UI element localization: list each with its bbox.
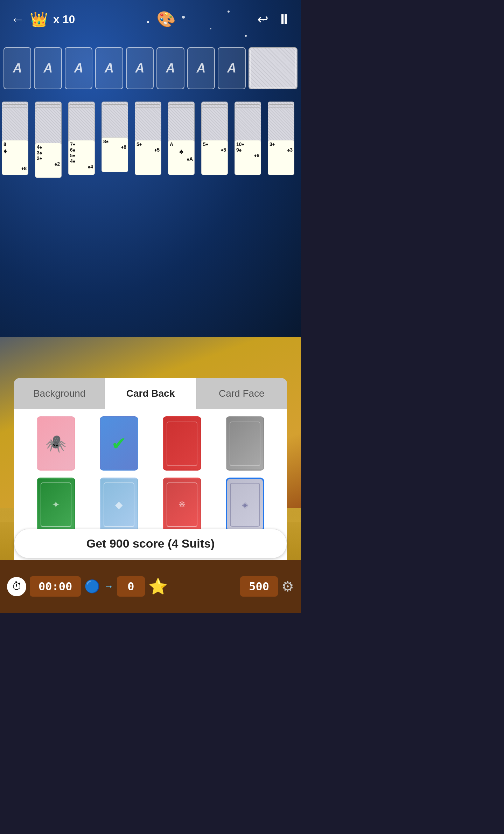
column-7: 5♠ ♦5 xyxy=(201,102,233,256)
back-button[interactable]: ← xyxy=(10,12,24,27)
tab-background[interactable]: Background xyxy=(14,378,105,409)
moves-circle-icon: 🔵 xyxy=(84,579,100,594)
tabs: Background Card Back Card Face xyxy=(14,378,287,409)
stock-pile[interactable] xyxy=(248,47,298,89)
palette-icon[interactable]: 🎨 xyxy=(156,10,176,28)
foundation-slot-3[interactable]: A xyxy=(65,47,92,89)
card-option-blue-check[interactable]: ✔ xyxy=(100,416,138,471)
card-face[interactable]: A ♠ ♠A xyxy=(168,140,195,175)
foundation-area: A A A A A A A A xyxy=(4,40,298,96)
card-option-red-plain[interactable] xyxy=(163,416,201,471)
star-icon: ⭐ xyxy=(148,577,168,596)
crown-icon: 👑 xyxy=(30,11,48,28)
card-face[interactable]: 3♠ ♠3 xyxy=(268,140,294,175)
crown-count: x 10 xyxy=(53,13,75,26)
foundation-slot-8[interactable]: A xyxy=(218,47,245,89)
card-back xyxy=(135,107,161,144)
pause-button[interactable]: ⏸ xyxy=(277,12,290,27)
card-option-pink-spider[interactable]: 🕷️ xyxy=(37,416,75,471)
card-face[interactable]: 4♠ 3♠ 2♠ ♠2 xyxy=(35,143,62,178)
column-5: 5♠ ♦5 xyxy=(135,102,166,256)
card-back xyxy=(35,110,62,147)
moves-display: 0 xyxy=(117,576,145,597)
card-option-silver-selected[interactable]: ◈ xyxy=(226,478,264,532)
card-option-blue-light[interactable]: ◆ xyxy=(100,478,138,532)
tab-card-back[interactable]: Card Back xyxy=(105,378,196,409)
foundation-slot-7[interactable]: A xyxy=(187,47,215,89)
card-back xyxy=(201,107,228,144)
card-back xyxy=(2,107,28,144)
column-3: 7♠ 6♠ 5♠ 4♠ ♠4 xyxy=(68,102,100,256)
card-back xyxy=(268,107,294,144)
column-4: 8♠ ♦8 xyxy=(102,102,133,256)
foundation-slot-2[interactable]: A xyxy=(34,47,62,89)
card-back xyxy=(234,107,261,144)
card-back xyxy=(168,107,195,144)
column-9: 3♠ ♠3 xyxy=(268,102,299,256)
columns-area: 8 ♦ ♦8 4♠ 3♠ 2♠ ♠2 xyxy=(2,102,299,256)
card-face[interactable]: 7♠ 6♠ 5♠ 4♠ ♠4 xyxy=(68,140,95,175)
card-row-2: ✦ ◆ ❋ ◈ xyxy=(24,478,276,532)
column-1: 8 ♦ ♦8 xyxy=(2,102,33,256)
card-back xyxy=(102,104,128,141)
foundation-slot-5[interactable]: A xyxy=(126,47,154,89)
card-face[interactable]: 5♠ ♦5 xyxy=(135,140,161,175)
score-button[interactable]: Get 900 score (4 Suits) xyxy=(14,529,287,558)
bottom-bar: ⏱ 00:00 🔵 → 0 ⭐ 500 ⚙ xyxy=(0,560,301,613)
score-display: 500 xyxy=(240,576,278,597)
foundation-slot-1[interactable]: A xyxy=(4,47,31,89)
arrow-right-icon: → xyxy=(104,581,113,592)
settings-icon[interactable]: ⚙ xyxy=(281,578,294,595)
card-option-red-ornate[interactable]: ❋ xyxy=(163,478,201,532)
header-left: ← 👑 x 10 xyxy=(10,11,75,28)
header-center: 🎨 xyxy=(156,10,176,28)
card-option-gray-plain[interactable] xyxy=(226,416,264,471)
timer-display: 00:00 xyxy=(30,576,81,597)
column-8: 10♠ 9♠ ♦6 xyxy=(234,102,266,256)
header-right: ↩ ⏸ xyxy=(257,12,290,27)
column-6: A ♠ ♠A xyxy=(168,102,200,256)
card-grid: 🕷️ ✔ ✦ xyxy=(14,409,287,542)
timer-icon: ⏱ xyxy=(7,577,26,596)
card-face[interactable]: 5♠ ♦5 xyxy=(201,140,228,175)
card-face[interactable]: 8♠ ♦8 xyxy=(102,137,128,172)
foundation-slot-4[interactable]: A xyxy=(95,47,123,89)
card-face[interactable]: 10♠ 9♠ ♦6 xyxy=(234,140,261,175)
card-face[interactable]: 8 ♦ ♦8 xyxy=(2,140,28,175)
card-back xyxy=(68,107,95,144)
column-2: 4♠ 3♠ 2♠ ♠2 xyxy=(35,102,66,256)
header: ← 👑 x 10 🎨 ↩ ⏸ xyxy=(0,0,301,39)
tab-card-face[interactable]: Card Face xyxy=(196,378,287,409)
foundation-slot-6[interactable]: A xyxy=(156,47,184,89)
card-option-green-ornate[interactable]: ✦ xyxy=(37,478,75,532)
card-row-1: 🕷️ ✔ xyxy=(24,416,276,471)
undo-button[interactable]: ↩ xyxy=(257,12,268,27)
